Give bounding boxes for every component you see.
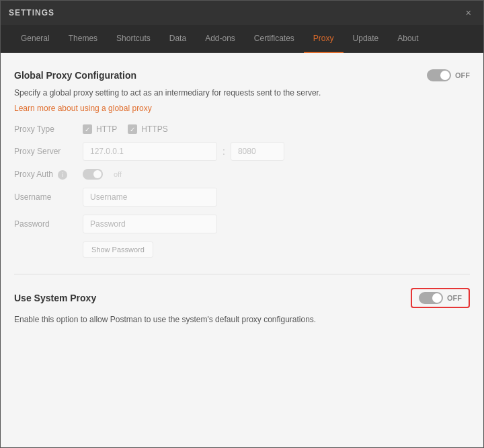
proxy-auth-toggle-thumb: [93, 170, 102, 178]
proxy-type-checkboxes: HTTP HTTPS: [83, 124, 168, 134]
system-proxy-toggle-track[interactable]: [419, 292, 443, 304]
http-label: HTTP: [96, 124, 117, 134]
proxy-server-row: Proxy Server :: [14, 142, 470, 161]
tab-themes[interactable]: Themes: [59, 25, 107, 53]
password-label: Password: [14, 219, 75, 229]
system-proxy-title: Use System Proxy: [14, 293, 96, 303]
close-button[interactable]: ×: [462, 6, 475, 20]
content-area: Global Proxy Configuration OFF Specify a…: [1, 53, 483, 447]
proxy-ip-input[interactable]: [83, 142, 217, 161]
system-proxy-description: Enable this option to allow Postman to u…: [14, 313, 470, 326]
settings-window: SETTINGS × General Themes Shortcuts Data…: [0, 0, 484, 448]
system-proxy-toggle-thumb: [432, 293, 442, 303]
global-proxy-toggle-track[interactable]: [427, 69, 451, 81]
password-row: Password: [14, 215, 470, 233]
system-proxy-section: Use System Proxy OFF Enable this option …: [14, 288, 470, 328]
https-checkbox[interactable]: [128, 124, 137, 134]
show-password-button[interactable]: Show Password: [83, 241, 153, 258]
proxy-type-row: Proxy Type HTTP HTTPS: [14, 124, 470, 134]
tabs-bar: General Themes Shortcuts Data Add-ons Ce…: [1, 25, 483, 53]
password-input[interactable]: [83, 215, 217, 233]
https-label: HTTPS: [141, 124, 167, 134]
http-checkbox[interactable]: [83, 124, 92, 134]
https-checkbox-item[interactable]: HTTPS: [128, 124, 167, 134]
global-proxy-toggle[interactable]: OFF: [427, 69, 470, 81]
proxy-auth-info-icon[interactable]: i: [58, 170, 67, 180]
global-proxy-form: Proxy Type HTTP HTTPS Proxy Se: [14, 124, 470, 258]
system-proxy-toggle-label: OFF: [447, 294, 462, 302]
system-proxy-header: Use System Proxy OFF: [14, 288, 470, 308]
username-input[interactable]: [83, 188, 217, 207]
global-proxy-section: Global Proxy Configuration OFF Specify a…: [14, 69, 470, 258]
global-proxy-header: Global Proxy Configuration OFF: [14, 69, 470, 81]
show-password-row: Show Password: [14, 241, 470, 258]
http-checkbox-item[interactable]: HTTP: [83, 124, 117, 134]
proxy-type-label: Proxy Type: [14, 124, 75, 134]
username-row: Username: [14, 188, 470, 207]
titlebar: SETTINGS ×: [1, 1, 483, 25]
global-proxy-title: Global Proxy Configuration: [14, 70, 136, 81]
tab-shortcuts[interactable]: Shortcuts: [107, 25, 160, 53]
tab-about[interactable]: About: [388, 25, 428, 53]
proxy-auth-toggle-label: off: [114, 170, 122, 178]
tab-data[interactable]: Data: [160, 25, 196, 53]
system-proxy-toggle[interactable]: OFF: [411, 288, 470, 308]
global-proxy-toggle-label: OFF: [455, 71, 470, 79]
tab-update[interactable]: Update: [344, 25, 389, 53]
global-proxy-description: Specify a global proxy setting to act as…: [14, 87, 470, 99]
global-proxy-toggle-thumb: [440, 71, 450, 80]
tab-certificates[interactable]: Certificates: [245, 25, 304, 53]
proxy-auth-toggle[interactable]: [83, 169, 103, 180]
tab-addons[interactable]: Add-ons: [196, 25, 245, 53]
username-label: Username: [14, 192, 75, 202]
global-proxy-learn-more-link[interactable]: Learn more about using a global proxy: [14, 104, 152, 113]
colon-separator: :: [223, 146, 225, 157]
tab-general[interactable]: General: [11, 25, 59, 53]
window-title: SETTINGS: [9, 8, 54, 17]
proxy-auth-row: Proxy Auth i off: [14, 169, 470, 180]
tab-proxy[interactable]: Proxy: [304, 25, 344, 53]
proxy-auth-label: Proxy Auth i: [14, 170, 75, 180]
proxy-port-input[interactable]: [231, 142, 284, 161]
proxy-server-inputs: :: [83, 142, 284, 161]
section-divider: [14, 274, 470, 274]
proxy-server-label: Proxy Server: [14, 147, 75, 156]
